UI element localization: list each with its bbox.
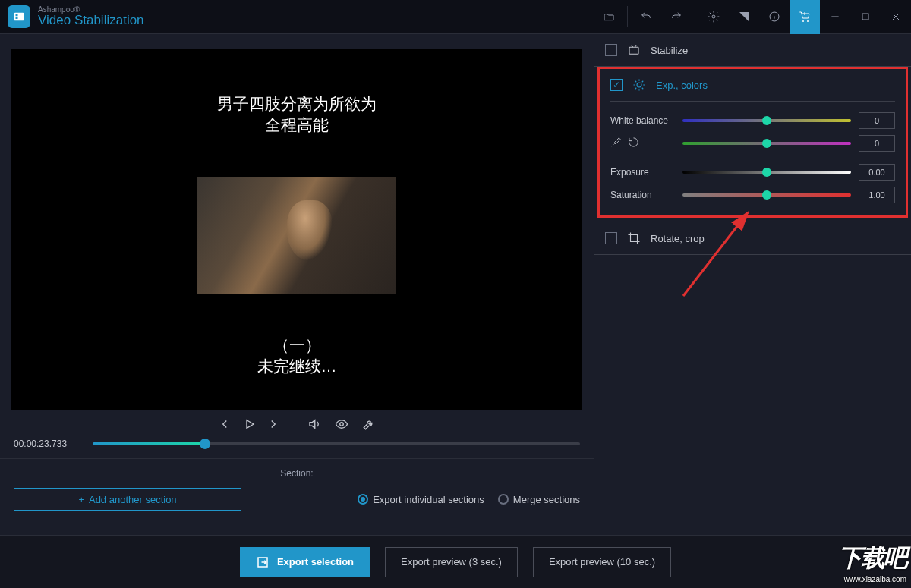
timeline-track[interactable] [93,442,580,445]
white-balance-label: White balance [610,115,675,126]
stabilize-checkbox[interactable] [605,44,617,56]
video-frame: 男子四肢分离为所欲为 全程高能 （一） 未完继续… [197,52,396,408]
exp-colors-label: Exp., colors [656,80,708,91]
info-button[interactable] [759,0,790,34]
divider [610,101,895,102]
svg-rect-1 [16,14,18,16]
overlay-line1: 男子四肢分离为所欲为 [217,93,377,115]
divider [695,6,695,27]
export-preview-10-button[interactable]: Export preview (10 sec.) [533,547,671,577]
export-icon [256,555,270,569]
export-preview-3-button[interactable]: Export preview (3 sec.) [385,547,518,577]
merge-sections-label: Merge sections [513,494,580,505]
slider-thumb[interactable] [762,116,771,125]
reset-wb-button[interactable] [628,137,639,150]
crop-icon [626,231,641,245]
exposure-slider[interactable] [682,171,851,174]
svg-point-8 [637,83,641,87]
player-controls [0,410,594,435]
cart-button[interactable] [790,0,820,34]
rotate-crop-header[interactable]: Rotate, crop [594,222,911,254]
svg-rect-2 [16,17,18,19]
app-title: Ashampoo® Video Stabilization [38,5,144,28]
product-text: Video Stabilization [38,14,144,28]
svg-point-3 [712,15,715,18]
wb2-value[interactable]: 0 [859,135,895,152]
add-section-button[interactable]: + Add another section [14,488,241,511]
export-individual-radio[interactable]: Export individual sections [358,494,484,505]
prev-frame-button[interactable] [218,417,232,431]
timeline-thumb[interactable] [200,439,210,449]
maximize-button[interactable] [850,0,881,34]
radio-icon [358,494,368,505]
stabilize-label: Stabilize [651,45,688,56]
undo-button[interactable] [631,0,661,34]
merge-sections-radio[interactable]: Merge sections [498,494,580,505]
exposure-label: Exposure [610,167,675,178]
svg-point-6 [340,423,344,426]
rotate-crop-checkbox[interactable] [605,232,617,244]
theme-button[interactable] [729,0,759,34]
timecode: 00:00:23.733 [14,439,82,449]
wb1-value[interactable]: 0 [859,112,895,129]
export-selection-label: Export selection [277,556,354,568]
timeline-fill [93,442,205,445]
divider [627,6,628,27]
section-label: Section: [14,468,580,479]
plus-icon: + [78,494,84,505]
video-preview[interactable]: 男子四肢分离为所欲为 全程高能 （一） 未完继续… [11,49,582,410]
next-frame-button[interactable] [266,417,280,431]
saturation-label: Saturation [610,190,675,200]
overlay-line2: 全程高能 [217,115,377,136]
open-file-button[interactable] [594,0,624,34]
app-logo [8,5,30,28]
rotate-crop-label: Rotate, crop [651,233,705,244]
preview-toggle-button[interactable] [335,417,348,431]
white-balance-slider-1[interactable] [682,119,851,122]
saturation-slider[interactable] [682,193,851,197]
white-balance-slider-2[interactable] [682,142,851,145]
redo-button[interactable] [661,0,692,34]
export-bar: Export selection Export preview (3 sec.)… [0,535,911,588]
minimize-button[interactable] [820,0,850,34]
stabilize-icon [626,43,641,57]
sun-icon [632,78,647,92]
radio-icon [498,494,509,505]
exp-colors-header[interactable]: Exp., colors [600,69,906,101]
overlay-line3: （一） [257,335,337,356]
exp-colors-checkbox[interactable] [610,79,623,91]
stabilize-panel-header[interactable]: Stabilize [594,34,911,66]
tools-button[interactable] [362,417,376,431]
exposure-value[interactable]: 0.00 [859,164,895,181]
export-preview-3-label: Export preview (3 sec.) [401,556,502,568]
export-preview-10-label: Export preview (10 sec.) [549,556,655,568]
right-panel: Stabilize Exp., colors White balance 0 [594,34,911,535]
svg-rect-5 [862,14,868,20]
svg-rect-7 [629,47,638,54]
export-selection-button[interactable]: Export selection [240,547,370,577]
exp-colors-panel: Exp., colors White balance 0 0 Exposure [597,67,908,218]
slider-thumb[interactable] [762,190,771,200]
video-still-image [197,177,396,294]
play-button[interactable] [242,417,256,431]
slider-thumb[interactable] [762,168,771,177]
volume-button[interactable] [307,417,321,431]
saturation-value[interactable]: 1.00 [859,187,895,203]
svg-rect-0 [14,13,24,21]
close-button[interactable] [881,0,911,34]
export-individual-label: Export individual sections [373,494,484,505]
overlay-line4: 未完继续… [257,356,337,377]
titlebar: Ashampoo® Video Stabilization [0,0,911,34]
eyedropper-button[interactable] [610,137,622,150]
add-section-label: Add another section [89,494,177,505]
settings-button[interactable] [698,0,729,34]
slider-thumb[interactable] [762,139,771,148]
